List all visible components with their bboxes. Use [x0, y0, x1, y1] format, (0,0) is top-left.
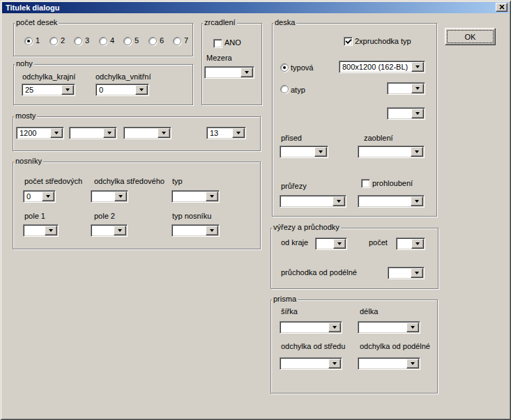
combo-pocet-stredovych-value: 0	[26, 192, 31, 201]
dropdown-button[interactable]	[411, 84, 424, 93]
dropdown-button[interactable]	[206, 226, 218, 235]
dropdown-button[interactable]	[406, 359, 419, 368]
delka-label: délka	[360, 307, 378, 316]
group-pocet-desek-title: počet desek	[15, 18, 59, 26]
radio-desek-7[interactable]	[173, 37, 181, 45]
chevron-down-icon	[236, 132, 241, 134]
group-nosniky-title: nosníky	[14, 157, 43, 165]
chevron-down-icon	[162, 132, 166, 134]
combo-atyp-1[interactable]	[387, 82, 425, 95]
radio-desek-2[interactable]	[49, 37, 58, 45]
combo-pruchodka-od-podelne[interactable]	[388, 267, 425, 279]
checkbox-prohloubeni-label: prohloubení	[372, 179, 413, 188]
chevron-down-icon	[107, 132, 112, 134]
combo-sirka[interactable]	[280, 321, 342, 334]
combo-prohloubeni[interactable]	[358, 195, 425, 208]
dropdown-button[interactable]	[411, 147, 423, 157]
odchylka-od-stredu-label: odchylka od středu	[281, 342, 345, 351]
mezera-label: Mezera	[206, 54, 232, 63]
dropdown-button[interactable]	[411, 62, 424, 72]
radio-typova[interactable]	[280, 63, 289, 72]
combo-mosty-4[interactable]: 13	[206, 127, 246, 139]
combo-mezera[interactable]	[204, 66, 254, 79]
chevron-down-icon	[49, 229, 53, 232]
close-button[interactable]	[496, 3, 508, 12]
chevron-down-icon	[319, 150, 323, 153]
chevron-down-icon	[415, 87, 420, 90]
odchylka-krajni-label: odchylka_krajní	[22, 72, 75, 81]
group-zrcadleni-title: zrcadlení	[203, 18, 237, 26]
combo-atyp-2[interactable]	[387, 107, 425, 120]
dropdown-button[interactable]	[114, 226, 126, 235]
combo-zaobleni[interactable]	[358, 146, 425, 158]
dialog-window: Titulek dialogu OK počet desek 1 2 3 4 5…	[0, 0, 511, 420]
dropdown-button[interactable]	[406, 322, 419, 332]
dropdown-button[interactable]	[411, 268, 423, 278]
radio-desek-6[interactable]	[148, 37, 157, 45]
typ-label: typ	[172, 177, 183, 186]
dropdown-button[interactable]	[103, 128, 116, 138]
radio-desek-6-label: 6	[160, 36, 164, 45]
dropdown-button[interactable]	[45, 226, 57, 235]
dropdown-button[interactable]	[206, 192, 218, 201]
combo-typ-nosniku[interactable]	[171, 224, 220, 237]
chevron-down-icon	[54, 132, 59, 134]
dropdown-button[interactable]	[42, 192, 54, 201]
combo-odchylka-od-stredu[interactable]	[280, 357, 342, 370]
dropdown-button[interactable]	[61, 85, 74, 95]
dropdown-button[interactable]	[241, 68, 253, 77]
dropdown-button[interactable]	[411, 196, 423, 206]
radio-desek-1[interactable]	[24, 37, 33, 45]
dropdown-button[interactable]	[135, 85, 148, 95]
combo-odchylka-stredoveho[interactable]	[91, 190, 128, 203]
dropdown-button[interactable]	[114, 192, 127, 201]
combo-odchylka-vnitrni[interactable]: 0	[96, 84, 149, 96]
group-deska-title: deska	[273, 18, 296, 26]
combo-odchylka-od-podelne[interactable]	[358, 357, 420, 370]
combo-typ[interactable]	[171, 190, 220, 203]
combo-mosty-1[interactable]: 1200	[16, 127, 64, 139]
combo-pole2[interactable]	[91, 224, 128, 237]
combo-od-kraje[interactable]	[315, 238, 347, 250]
combo-prurezy[interactable]	[280, 195, 346, 208]
checkbox-prohloubeni[interactable]	[361, 179, 370, 188]
dropdown-button[interactable]	[314, 147, 327, 157]
prurezy-label: průřezy	[281, 182, 307, 191]
ok-button[interactable]: OK	[445, 28, 496, 45]
dropdown-button[interactable]	[411, 109, 424, 118]
combo-pocet-stredovych[interactable]: 0	[23, 190, 56, 203]
checkbox-2xpruchodka[interactable]	[344, 37, 353, 46]
dropdown-button[interactable]	[328, 322, 341, 332]
radio-desek-5-label: 5	[135, 36, 139, 45]
radio-desek-1-label: 1	[36, 36, 40, 45]
dropdown-button[interactable]	[158, 128, 170, 138]
chevron-down-icon	[139, 88, 144, 91]
typ-nosniku-label: typ nosníku	[172, 212, 211, 221]
checkbox-ano[interactable]	[213, 39, 222, 48]
combo-mosty-2[interactable]	[69, 127, 117, 139]
combo-prised[interactable]	[280, 146, 328, 158]
title-bar[interactable]: Titulek dialogu	[2, 2, 509, 13]
dropdown-button[interactable]	[232, 128, 245, 138]
window-title: Titulek dialogu	[6, 3, 59, 12]
radio-atyp[interactable]	[280, 85, 289, 93]
radio-desek-5[interactable]	[123, 37, 132, 45]
dropdown-button[interactable]	[328, 359, 341, 368]
group-mosty-title: mosty	[14, 111, 37, 120]
combo-pocet[interactable]	[396, 238, 425, 250]
combo-typova[interactable]: 800x1200 (162-BL)	[339, 61, 425, 73]
combo-mosty-1-value: 1200	[20, 129, 36, 138]
group-vyrezy-title: výřezy a průchodky	[272, 223, 341, 231]
radio-desek-4[interactable]	[99, 37, 107, 45]
checkbox-ano-label: ANO	[224, 38, 241, 47]
dropdown-button[interactable]	[333, 196, 345, 206]
dropdown-button[interactable]	[411, 239, 424, 249]
sirka-label: šířka	[281, 307, 298, 316]
combo-pole1[interactable]	[23, 224, 59, 237]
dropdown-button[interactable]	[50, 128, 63, 138]
combo-delka[interactable]	[358, 321, 420, 334]
radio-desek-3[interactable]	[74, 37, 82, 45]
dropdown-button[interactable]	[333, 239, 346, 249]
combo-mosty-3[interactable]	[123, 127, 171, 139]
combo-odchylka-krajni[interactable]: 25	[22, 84, 75, 96]
